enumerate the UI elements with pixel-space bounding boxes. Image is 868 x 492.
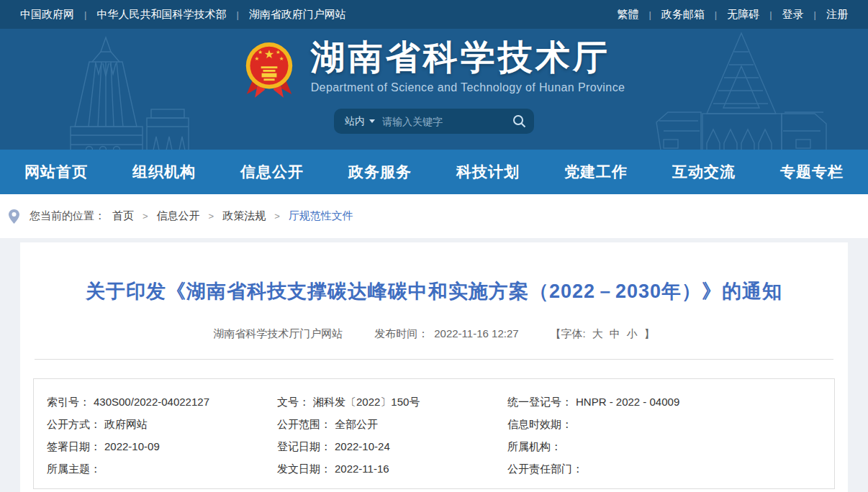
info-signing-date: 签署日期：2022-10-09: [47, 435, 277, 457]
breadcrumb-current[interactable]: 厅规范性文件: [289, 209, 353, 223]
chevron-down-icon: [369, 119, 375, 123]
breadcrumb-home[interactable]: 首页: [112, 209, 134, 223]
breadcrumb-separator: >: [143, 211, 148, 222]
info-validity-period: 信息时效期：: [507, 413, 834, 435]
article-meta: 湖南省科学技术厅门户网站 发布时间： 2022-11-16 12:27 【字体:…: [20, 327, 848, 341]
info-affiliated-agency: 所属机构：: [507, 435, 834, 457]
publish-time-value: 2022-11-16 12:27: [434, 327, 518, 341]
nav-government-services[interactable]: 政务服务: [348, 162, 412, 182]
article-card: 关于印发《湖南省科技支撑碳达峰碳中和实施方案（2022－2030年）》的通知 湖…: [20, 242, 848, 492]
article-source: 湖南省科学技术厅门户网站: [213, 327, 343, 341]
nav-home[interactable]: 网站首页: [24, 162, 88, 182]
breadcrumb-policies[interactable]: 政策法规: [222, 209, 266, 223]
nav-interaction[interactable]: 互动交流: [672, 162, 736, 182]
location-pin-icon: [9, 209, 19, 224]
document-info-table: 索引号：430S00/2022-04022127 文号：湘科发〔2022〕150…: [33, 378, 835, 489]
separator: |: [84, 9, 86, 20]
info-disclosure-method: 公开方式：政府网站: [47, 413, 277, 435]
nav-party-building[interactable]: 党建工作: [564, 162, 628, 182]
breadcrumb-separator: >: [274, 211, 280, 222]
main-navigation: 网站首页 组织机构 信息公开 政务服务 科技计划 党建工作 互动交流 专题专栏: [0, 150, 868, 194]
info-document-number: 文号：湘科发〔2022〕150号: [277, 391, 507, 413]
font-size-prefix: 【字体:: [551, 327, 586, 341]
breadcrumb: 您当前的位置： 首页 > 信息公开 > 政策法规 > 厅规范性文件: [0, 194, 868, 238]
site-subtitle: Department of Science and Technology of …: [311, 81, 625, 94]
table-row: 公开方式：政府网站 公开范围：全部公开 信息时效期：: [47, 413, 834, 435]
font-size-small-button[interactable]: 小: [627, 327, 638, 341]
nav-special-columns[interactable]: 专题专栏: [780, 162, 844, 182]
separator: |: [814, 9, 816, 20]
top-utility-bar: 中国政府网 | 中华人民共和国科学技术部 | 湖南省政府门户网站 繁體 | 政务…: [0, 0, 868, 29]
link-gov-mail[interactable]: 政务邮箱: [661, 8, 705, 22]
info-unified-registration-number: 统一登记号：HNPR - 2022 - 04009: [507, 391, 834, 413]
info-subject: 所属主题：: [47, 457, 277, 480]
font-size-large-button[interactable]: 大: [592, 327, 603, 341]
svg-text:★: ★: [279, 55, 284, 62]
nav-organization[interactable]: 组织机构: [132, 162, 196, 182]
topbar-left-links: 中国政府网 | 中华人民共和国科学技术部 | 湖南省政府门户网站: [20, 8, 346, 22]
article-title: 关于印发《湖南省科技支撑碳达峰碳中和实施方案（2022－2030年）》的通知: [20, 242, 848, 304]
separator: |: [769, 9, 772, 20]
svg-text:★: ★: [263, 47, 273, 60]
svg-text:★: ★: [254, 55, 259, 62]
info-disclosure-scope: 公开范围：全部公开: [277, 413, 507, 435]
breadcrumb-separator: >: [209, 211, 214, 222]
link-most[interactable]: 中华人民共和国科学技术部: [96, 8, 226, 22]
font-size-medium-button[interactable]: 中: [610, 327, 620, 341]
site-header: ★ ★ ★ ★ ★ 湖南省科学技术厅 Department of Science…: [0, 29, 868, 150]
info-index-number: 索引号：430S00/2022-04022127: [47, 391, 277, 413]
link-register[interactable]: 注册: [826, 8, 848, 22]
search-button[interactable]: [512, 114, 526, 128]
info-issue-date: 发文日期：2022-11-16: [277, 457, 507, 480]
link-login[interactable]: 登录: [782, 8, 804, 22]
search-scope-dropdown[interactable]: 站内: [345, 115, 375, 128]
info-registration-date: 登记日期：2022-10-24: [277, 435, 507, 457]
publish-time-label: 发布时间：: [374, 327, 428, 341]
font-size-control: 【字体: 大 中 小 】: [551, 327, 655, 341]
nav-information-disclosure[interactable]: 信息公开: [240, 162, 304, 182]
link-hunan-gov[interactable]: 湖南省政府门户网站: [249, 8, 346, 22]
topbar-right-links: 繁體 | 政务邮箱 | 无障碍 | 登录 | 注册: [617, 8, 848, 22]
search-input[interactable]: [382, 116, 512, 127]
breadcrumb-label: 您当前的位置：: [30, 209, 105, 223]
font-size-suffix: 】: [644, 327, 655, 341]
link-traditional-chinese[interactable]: 繁體: [617, 8, 638, 22]
separator: |: [236, 9, 238, 20]
table-row: 签署日期：2022-10-09 登记日期：2022-10-24 所属机构：: [47, 435, 834, 457]
link-accessibility[interactable]: 无障碍: [727, 8, 759, 22]
separator: |: [715, 9, 717, 20]
table-row: 索引号：430S00/2022-04022127 文号：湘科发〔2022〕150…: [47, 391, 834, 413]
info-responsible-department: 公开责任部门：: [507, 457, 834, 480]
nav-sci-tech-programs[interactable]: 科技计划: [456, 162, 520, 182]
search-icon: [512, 114, 526, 128]
breadcrumb-information-disclosure[interactable]: 信息公开: [157, 209, 200, 223]
site-search: 站内: [334, 109, 534, 134]
national-emblem-logo: ★ ★ ★ ★ ★: [243, 39, 295, 101]
link-china-gov[interactable]: 中国政府网: [20, 8, 74, 22]
brand-block: ★ ★ ★ ★ ★ 湖南省科学技术厅 Department of Science…: [0, 29, 868, 101]
site-title: 湖南省科学技术厅: [311, 39, 625, 77]
meta-divider: [35, 359, 833, 360]
table-row: 所属主题： 发文日期：2022-11-16 公开责任部门：: [47, 457, 834, 480]
search-scope-label: 站内: [345, 115, 365, 128]
separator: |: [648, 9, 651, 20]
